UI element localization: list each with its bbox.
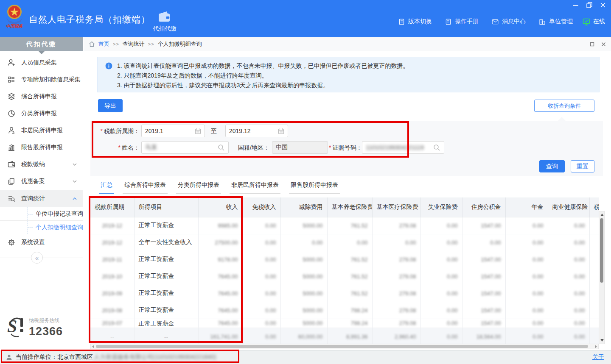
reset-button[interactable]: 重置 <box>571 160 594 172</box>
table-cell: 0.00 <box>242 328 280 346</box>
statusbar: 当前操作单位：北京市西城区人力资源服务有限公司(1101021993042218… <box>0 350 611 364</box>
table-cell: 5000.00 <box>280 302 327 319</box>
horizontal-scrollbar[interactable] <box>90 344 599 349</box>
period-label: 税款所属期： <box>95 125 140 137</box>
tab-close-icon[interactable] <box>601 42 606 47</box>
menu-item-operation-manual[interactable]: 操作手册 <box>445 18 479 25</box>
table-cell: 0.00 <box>242 285 280 302</box>
close-button[interactable] <box>599 2 607 8</box>
about-link[interactable]: 关于 <box>592 353 604 361</box>
sidebar-item-restricted-shares-declaration[interactable]: 限售股所得申报 <box>0 139 83 156</box>
table-cell: 0.00 <box>242 251 280 268</box>
tab-comprehensive[interactable]: 综合所得申报表 <box>123 181 168 194</box>
table-cell: 0.00 <box>548 251 589 268</box>
tab-withholding-label: 代扣代缴 <box>153 25 177 33</box>
sidebar-item-label: 综合所得申报 <box>21 93 78 100</box>
table-cell: 1547.00 <box>462 285 505 302</box>
table-cell: 9985.00 <box>198 217 242 234</box>
export-button[interactable]: 导出 <box>98 99 123 112</box>
home-icon <box>89 41 95 47</box>
breadcrumb-separator: >> <box>113 42 119 47</box>
table-row: 2019-07正常工资薪金7645.000.005000.00798.24279… <box>90 319 599 328</box>
table-cell: 1547.00 <box>462 319 505 328</box>
table-cell: 2019-12 <box>90 217 134 234</box>
table-cell: 279.08 <box>372 319 420 328</box>
search-button[interactable]: 查询 <box>539 160 565 172</box>
menu-item-unit-management[interactable]: 单位管理 <box>538 18 573 25</box>
tab-withholding-module[interactable]: 代扣代缴 <box>146 6 183 37</box>
tab-classified[interactable]: 分类所得申报表 <box>176 181 221 194</box>
search-icon[interactable] <box>433 144 440 151</box>
sidebar-item-comprehensive-income-declaration[interactable]: 综合所得申报 <box>0 88 83 105</box>
sidebar-item-special-additional-deduction[interactable]: 专项附加扣除信息采集 <box>0 71 83 88</box>
sidebar-item-unit-declaration-record-query[interactable]: 单位申报记录查询 <box>0 207 83 220</box>
table-cell: 0.00 <box>242 302 280 319</box>
monitor-check-icon <box>583 18 590 25</box>
sidebar-item-tax-payment[interactable]: 税款缴纳 <box>0 156 83 173</box>
results-table: 税款所属期所得项目收入免税收入减除费用基本养老保险费基本医疗保险费失业保险费住房… <box>90 197 599 346</box>
period-to-input[interactable]: 2019.12 <box>225 125 288 137</box>
sidebar-item-personnel-info-collection[interactable]: 人员信息采集 <box>0 54 83 71</box>
search-icon[interactable] <box>218 144 225 151</box>
person-bust-icon <box>6 354 12 361</box>
sidebar-collapse-button[interactable]: « <box>31 252 43 264</box>
breadcrumb-home-link[interactable]: 首页 <box>98 40 109 48</box>
table-cell: 0.00 <box>548 268 589 285</box>
tab-nonresident[interactable]: 非居民所得申报表 <box>230 181 280 194</box>
menu-item-message-center[interactable]: 消息中心 <box>491 18 526 25</box>
name-input[interactable]: 马某 <box>141 141 229 154</box>
collapse-filters-button[interactable]: 收折查询条件 <box>534 100 594 112</box>
layers-icon <box>7 92 16 101</box>
vertical-scroll-thumb[interactable] <box>600 218 603 283</box>
sidebar-item-label: 税款缴纳 <box>21 161 66 168</box>
tab-window-controls <box>590 37 606 51</box>
table-summary-row: ----161,741.000.0060,000.008,991.362,960… <box>90 328 599 346</box>
tab-summary[interactable]: 汇总 <box>99 181 114 194</box>
sidebar-item-classified-income-declaration[interactable]: 分类所得申报 <box>0 105 83 122</box>
nationality-label: 国籍/地区： <box>233 141 269 154</box>
tab-restricted[interactable]: 限售股所得申报表 <box>289 181 340 194</box>
minimize-button[interactable] <box>572 2 580 8</box>
menu-item-version-switch[interactable]: 版本切换 <box>398 18 432 25</box>
sidebar-item-system-settings[interactable]: 系统设置 <box>0 234 83 251</box>
sidebar-item-label: 个人扣缴明细查询 <box>22 224 83 231</box>
period-from-input[interactable]: 2019.1 <box>141 125 205 137</box>
sidebar-item-personal-withholding-detail-query[interactable]: 个人扣缴明细查询 <box>0 220 83 234</box>
scroll-right-arrow[interactable] <box>595 345 597 348</box>
scroll-down-arrow[interactable] <box>600 339 604 342</box>
calendar-icon[interactable] <box>195 128 201 134</box>
table-cell: 7645.00 <box>198 319 242 328</box>
calendar-icon[interactable] <box>278 128 284 134</box>
table-cell: 279.08 <box>372 302 420 319</box>
tab-restore-icon[interactable] <box>590 42 594 47</box>
app-window: 中国税务 自然人电子税务局（扣缴端） 代扣代缴 版本切换操作手册消息中心单位管理 <box>0 0 611 364</box>
table-cell: 0.00 <box>548 234 589 251</box>
table-cell: 0.00 <box>242 268 280 285</box>
table-cell: 798.24 <box>327 302 372 319</box>
table-cell: 0.00 <box>420 285 462 302</box>
copy-icon <box>7 177 16 186</box>
horizontal-scroll-thumb[interactable] <box>96 345 588 348</box>
scroll-left-arrow[interactable] <box>92 345 94 348</box>
table-cell: 0.00 <box>505 328 548 346</box>
table-row: 2019-09正常工资薪金7645.000.005000.00761.52279… <box>90 285 599 302</box>
app-title: 自然人电子税务局（扣缴端） <box>29 14 150 25</box>
scroll-up-arrow[interactable] <box>600 214 604 216</box>
restore-button[interactable] <box>586 2 593 8</box>
vertical-scrollbar[interactable] <box>599 211 605 344</box>
table-cell: 60,000.00 <box>280 328 327 346</box>
table-cell: 761.52 <box>327 268 372 285</box>
column-header: 免税收入 <box>242 197 280 217</box>
document-icon <box>445 18 452 25</box>
sidebar-item-preferential-filing[interactable]: 优惠备案 <box>0 173 83 190</box>
hotline-label: 纳税服务热线 <box>29 317 63 324</box>
name-label: 姓名： <box>110 141 140 154</box>
id-number-input[interactable]: 110102199304221119 <box>362 141 444 154</box>
sidebar-item-nonresident-income-declaration[interactable]: 非居民所得申报 <box>0 122 83 139</box>
sidebar-item-label: 专项附加扣除信息采集 <box>21 76 81 83</box>
current-unit-value: 北京市西城区 <box>57 353 93 361</box>
result-tabs: 汇总综合所得申报表分类所得申报表非居民所得申报表限售股所得申报表 <box>99 181 340 194</box>
sidebar-menu: 人员信息采集专项附加扣除信息采集综合所得申报分类所得申报非居民所得申报限售股所得… <box>0 54 83 251</box>
menu-item-label: 操作手册 <box>455 18 479 25</box>
sidebar-item-query-statistics[interactable]: 查询统计 <box>0 190 83 207</box>
